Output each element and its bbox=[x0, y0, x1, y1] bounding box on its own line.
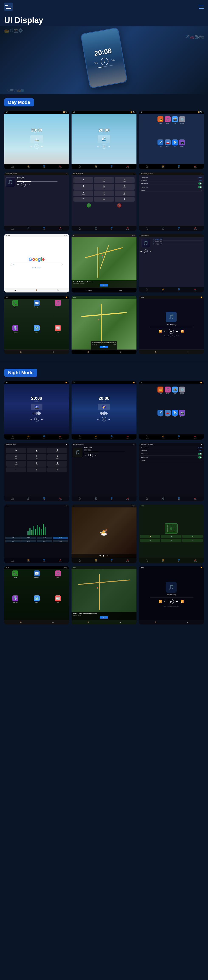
nav-auto-1[interactable]: 🚗AUTO bbox=[59, 165, 62, 169]
next-btn-2[interactable]: ⏭ bbox=[109, 145, 110, 148]
go-button[interactable]: GO bbox=[100, 284, 108, 286]
night-cp-news[interactable]: 📰News bbox=[48, 595, 68, 619]
cp-play-cp[interactable]: ▶ bbox=[169, 329, 174, 334]
eq-btn-7[interactable]: USER bbox=[37, 540, 52, 542]
cp-back-2[interactable]: ◀ bbox=[120, 351, 121, 353]
dial-5[interactable]: 5JKL bbox=[94, 184, 114, 190]
night-dial-hash[interactable]: # bbox=[47, 468, 67, 472]
app-vehicle[interactable]: 🚗Vehicle bbox=[165, 139, 171, 161]
app-camera[interactable]: 📷Camera bbox=[179, 139, 185, 161]
night-dial-7[interactable]: 7PQRS bbox=[6, 461, 26, 466]
call-btn[interactable]: 📞 bbox=[87, 203, 91, 208]
night-nav-bt-s[interactable]: 🔵BT bbox=[178, 497, 180, 500]
night-auto-v[interactable]: 🚗AUTO bbox=[126, 559, 129, 562]
eq-btn-8[interactable]: LOUD bbox=[53, 540, 68, 542]
night-dial-v[interactable]: 📞DIAL bbox=[79, 559, 81, 562]
night-auto-answer-toggle[interactable] bbox=[198, 453, 202, 455]
cp-home-2[interactable]: 🏠 bbox=[87, 351, 89, 353]
prev-btn-1[interactable]: ⏮ bbox=[30, 145, 32, 148]
song-item-2[interactable]: 🎵华年_双笙.mp3 bbox=[153, 240, 203, 243]
night-m-prev[interactable]: ⏮ bbox=[84, 454, 86, 456]
app-radio[interactable]: 📻Radio bbox=[158, 116, 164, 138]
nav-btn-zoom[interactable]: 🔭 bbox=[161, 539, 181, 542]
night-nav-auto-m[interactable]: 🚗AUTO bbox=[126, 497, 129, 500]
night-cp-messages[interactable]: ✉️Messages bbox=[27, 570, 46, 593]
night-auto-eq[interactable]: 🚗AUTO bbox=[59, 559, 62, 562]
cp-news[interactable]: 📰News bbox=[48, 325, 68, 348]
song-item-1[interactable]: 🎵华年_双笙.mp3 bbox=[153, 238, 203, 240]
next-btn-1[interactable]: ⏭ bbox=[41, 145, 43, 148]
social-next[interactable]: ⏭ bbox=[150, 250, 151, 252]
night-dial-3[interactable]: 📞DIAL bbox=[146, 435, 148, 439]
night-aps-eq[interactable]: 📻APS bbox=[27, 559, 30, 562]
night-bt-v[interactable]: 🔵BT bbox=[110, 559, 113, 562]
dial-2[interactable]: 2ABC bbox=[94, 177, 114, 183]
night-play-2[interactable]: ⏸ bbox=[102, 417, 106, 422]
night-cp-back-2[interactable]: ◀ bbox=[120, 621, 121, 623]
night-auto-1[interactable]: 🚗AUTO bbox=[59, 435, 62, 439]
auto-connect-toggle[interactable] bbox=[198, 186, 202, 188]
dial-hash[interactable]: # bbox=[115, 197, 135, 202]
cp-back-1[interactable]: ◀ bbox=[52, 351, 54, 353]
social-play[interactable]: ⏭ bbox=[144, 250, 148, 253]
nav-auto-call[interactable]: 🚗AUTO bbox=[126, 227, 129, 230]
night-app-settings[interactable]: ⚙️Settings bbox=[179, 387, 185, 409]
nav-bt-2[interactable]: 🔵BT bbox=[110, 165, 113, 169]
cp-back-3[interactable]: ◀ bbox=[187, 351, 188, 353]
night-cp-podcasts[interactable]: 🎙️Podcasts bbox=[6, 595, 25, 619]
night-app-photo[interactable]: 📸Photo bbox=[172, 387, 178, 409]
night-nav-bt-c[interactable]: 🔵BT bbox=[43, 497, 45, 500]
eq-btn-6[interactable]: BASS bbox=[21, 540, 36, 542]
nav-dial-2[interactable]: 📞DIAL bbox=[79, 165, 81, 169]
night-cp-music[interactable]: 🎵Music bbox=[48, 570, 68, 593]
night-dial-5[interactable]: 5JKL bbox=[27, 454, 46, 460]
nav-dial-1[interactable]: 📞DIAL bbox=[11, 165, 14, 169]
night-app-nav[interactable]: ✈️Nav bbox=[158, 410, 164, 432]
nav-refresh[interactable]: ↻ bbox=[57, 289, 59, 291]
night-prev-1[interactable]: ⏮ bbox=[30, 418, 32, 420]
night-auto-2[interactable]: 🚗AUTO bbox=[126, 435, 129, 439]
vid-play[interactable]: ▶ bbox=[103, 555, 105, 557]
night-dial-9[interactable]: 9WXYZ bbox=[47, 461, 67, 466]
night-nav-bt-m[interactable]: 🔵BT bbox=[110, 497, 113, 500]
night-prev-2[interactable]: ⏮ bbox=[98, 418, 99, 420]
dial-7[interactable]: 7PQRS bbox=[73, 191, 93, 196]
nav-vol-call[interactable]: 🔊VOL bbox=[95, 227, 97, 230]
night-cp-back-1[interactable]: ◀ bbox=[52, 621, 54, 623]
play-btn-2[interactable]: ⏸ bbox=[102, 144, 106, 149]
night-cp-back-3[interactable]: ◀ bbox=[187, 621, 188, 623]
night-app-radio[interactable]: 📻Radio bbox=[158, 387, 164, 409]
night-aps-2[interactable]: 📻APS bbox=[95, 435, 97, 439]
cp-podcasts[interactable]: 🎙️Podcasts bbox=[6, 325, 25, 348]
night-m-next[interactable]: ⏭ bbox=[95, 454, 97, 456]
cp-repeat[interactable]: 🔁 bbox=[181, 330, 184, 333]
night-cp-home-2[interactable]: 🏠 bbox=[87, 621, 89, 623]
nav-btn-menu[interactable]: ☰ bbox=[182, 539, 203, 542]
dial-1[interactable]: 1 bbox=[73, 177, 93, 183]
night-bt-n[interactable]: 🔵BT bbox=[178, 559, 180, 562]
eq-btn-2[interactable]: ROCK bbox=[21, 537, 36, 539]
cp-prev-cp[interactable]: ⏮ bbox=[164, 330, 167, 333]
night-nav-dial-s[interactable]: 📞DIAL bbox=[146, 497, 148, 500]
night-app-camera[interactable]: 📷Camera bbox=[179, 410, 185, 432]
night-nav-auto-c[interactable]: 🚗AUTO bbox=[59, 497, 62, 500]
eq-btn-5[interactable]: CLAS bbox=[5, 540, 20, 542]
night-nav-vol-s[interactable]: 🔊VOL bbox=[162, 497, 164, 500]
night-cp-next[interactable]: ⏭ bbox=[176, 600, 178, 603]
night-dial-2[interactable]: 📞DIAL bbox=[79, 435, 81, 439]
nav-auto-3[interactable]: 🚗AUTO bbox=[194, 165, 197, 169]
night-dial-eq[interactable]: 📞DIAL bbox=[11, 559, 14, 562]
hangup-btn[interactable]: 📵 bbox=[117, 203, 121, 208]
dial-4[interactable]: 4GHI bbox=[73, 184, 93, 190]
night-cp-repeat[interactable]: 🔁 bbox=[181, 600, 184, 603]
app-music[interactable]: 🎵Music bbox=[165, 116, 171, 138]
nav-bt-bt[interactable]: 🔵BT bbox=[43, 227, 45, 230]
app-bt[interactable]: 📡BT bbox=[172, 139, 178, 161]
night-dial-2[interactable]: 2ABC bbox=[27, 448, 46, 453]
auto-answer-toggle[interactable] bbox=[198, 183, 202, 185]
app-photo[interactable]: 📸Photo bbox=[172, 116, 178, 138]
night-cp-phone[interactable]: 📞Phone bbox=[6, 570, 25, 593]
night-dial-1[interactable]: 📞DIAL bbox=[11, 435, 14, 439]
night-dial-8[interactable]: 8TUV bbox=[27, 461, 46, 466]
nav-bt-soc[interactable]: 🔵BT bbox=[178, 288, 180, 292]
